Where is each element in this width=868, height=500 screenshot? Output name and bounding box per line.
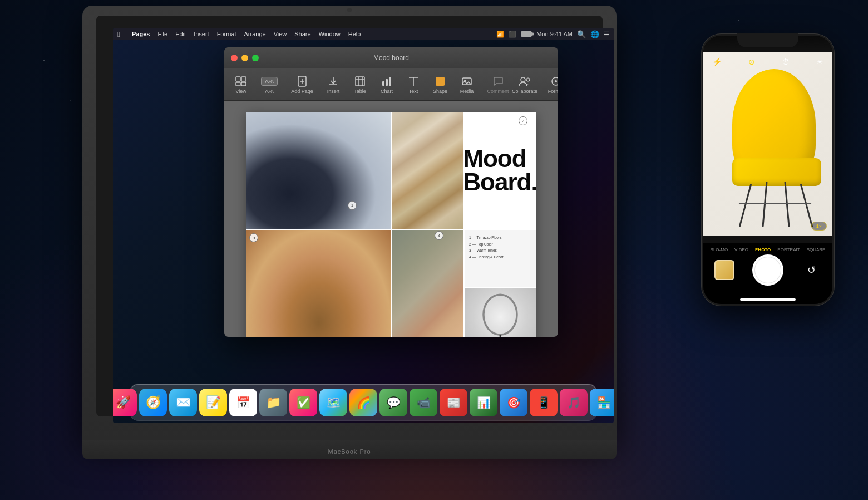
dock-launchpad[interactable]: 🚀 — [113, 389, 137, 416]
shutter-button[interactable] — [752, 254, 783, 286]
menu-arrange[interactable]: Arrange — [244, 31, 265, 37]
dock-reminders[interactable]: ✅ — [289, 389, 317, 416]
table-label: Table — [354, 89, 366, 94]
dock-appstore[interactable]: 🏪 — [590, 389, 614, 416]
menu-edit[interactable]: Edit — [175, 31, 186, 37]
toolbar-format[interactable]: Format — [544, 73, 558, 96]
dock-files[interactable]: 📁 — [259, 389, 287, 416]
document-page: Mood Board. — [246, 112, 536, 337]
zoom-value: 76% — [261, 77, 278, 86]
menu-share[interactable]: Share — [294, 31, 310, 37]
minimize-button[interactable] — [241, 55, 248, 61]
zoom-badge[interactable]: 1× — [811, 222, 827, 231]
table-icon — [354, 75, 366, 87]
annotation-1: 1 — [348, 201, 357, 210]
toolbar-zoom[interactable]: 76% 76% — [255, 73, 283, 96]
toolbar-table[interactable]: Table — [348, 73, 372, 96]
window-titlebar: Mood board — [224, 47, 558, 68]
mood-board-title: Mood Board. — [463, 112, 536, 229]
dock-calendar[interactable]: 📅 — [229, 389, 257, 416]
iphone: ⚡ ⊙ ⏱ ☀ 1× — [701, 33, 835, 306]
dock-safari[interactable]: 🧭 — [139, 389, 167, 416]
shape-label: Shape — [433, 89, 447, 94]
board-word: Board. — [463, 170, 536, 194]
search-icon[interactable]: 🔍 — [577, 30, 586, 38]
apple-logo[interactable]:  — [117, 30, 125, 38]
toolbar-collaborate[interactable]: Collaborate — [512, 73, 537, 96]
view-icon — [235, 75, 247, 87]
mode-video[interactable]: VIDEO — [734, 247, 748, 252]
menubar:  Pages File Edit Insert Format Arrange … — [113, 28, 614, 40]
svg-point-24 — [555, 80, 557, 82]
text-icon — [407, 75, 420, 87]
window-title: Mood board — [373, 54, 409, 62]
toolbar-chart[interactable]: Chart — [374, 73, 399, 96]
format-icon — [550, 75, 558, 87]
camera-flip-button[interactable]: ↺ — [801, 260, 821, 280]
maximize-button[interactable] — [252, 55, 259, 61]
home-indicator — [740, 298, 796, 301]
svg-rect-0 — [236, 77, 240, 81]
menu-view[interactable]: View — [274, 31, 287, 37]
notification-icon: ☰ — [604, 31, 609, 38]
insert-icon — [327, 75, 339, 87]
list-item-2: 2 — Pop Color — [469, 241, 531, 248]
macbook-body:  Pages File Edit Insert Format Arrange … — [82, 6, 617, 440]
insert-label: Insert — [327, 89, 340, 94]
dock-mail[interactable]: ✉️ — [169, 389, 197, 416]
mode-photo[interactable]: PHOTO — [755, 247, 771, 252]
photo-marble — [391, 112, 463, 229]
menu-pages[interactable]: Pages — [132, 31, 150, 37]
dock-facetime[interactable]: 📹 — [410, 389, 437, 416]
mood-title-text: Mood Board. — [463, 147, 536, 194]
flash-icon[interactable]: ⚡ — [712, 57, 722, 66]
dock-notes[interactable]: 📝 — [199, 389, 227, 416]
menu-format[interactable]: Format — [217, 31, 236, 37]
menu-items: Pages File Edit Insert Format Arrange Vi… — [132, 31, 496, 37]
camera-thumbnail[interactable] — [714, 260, 734, 280]
dock-numbers[interactable]: 📊 — [470, 389, 497, 416]
camera-top-controls: ⚡ ⊙ ⏱ ☀ — [703, 53, 832, 70]
toolbar-insert[interactable]: Insert — [321, 73, 346, 96]
toolbar-shape[interactable]: Shape — [428, 73, 452, 96]
mood-word: Mood — [463, 147, 536, 170]
menu-help[interactable]: Help — [348, 31, 361, 37]
media-icon — [461, 75, 473, 87]
dock-photos[interactable]: 🌈 — [349, 389, 377, 416]
mode-square[interactable]: SQUARE — [807, 247, 826, 252]
toolbar-media[interactable]: Media — [455, 73, 479, 96]
pages-window: Mood board — [224, 47, 558, 337]
dock-appstore2[interactable]: 📰 — [440, 389, 467, 416]
dock-messages[interactable]: 💬 — [379, 389, 407, 416]
live-photo-icon[interactable]: ⊙ — [748, 57, 755, 66]
menu-file[interactable]: File — [157, 31, 167, 37]
dock-itunes[interactable]: 🎵 — [560, 389, 588, 416]
dock-keynote[interactable]: 🎯 — [500, 389, 527, 416]
menu-window[interactable]: Window — [319, 31, 341, 37]
dock-maps[interactable]: 🗺️ — [319, 389, 347, 416]
photo-mirror — [463, 287, 536, 337]
toolbar-text[interactable]: Text — [401, 73, 426, 96]
toolbar-add-page[interactable]: Add Page — [290, 73, 314, 96]
dock-news[interactable]: 📱 — [530, 389, 558, 416]
mode-portrait[interactable]: PORTRAIT — [777, 247, 800, 252]
macbook-label: MacBook Pro — [328, 448, 371, 455]
add-page-icon — [296, 75, 308, 87]
timer-icon[interactable]: ⏱ — [782, 57, 790, 66]
toolbar-view[interactable]: View — [229, 73, 253, 96]
svg-point-21 — [521, 77, 525, 82]
filter-icon[interactable]: ☀ — [816, 57, 823, 66]
toolbar-comment[interactable]: Comment — [486, 73, 510, 96]
camera-bottom-bar: SLO-MO VIDEO PHOTO PORTRAIT SQUARE ↺ — [703, 243, 832, 304]
airplay-icon: ⬛ — [509, 31, 516, 38]
close-button[interactable] — [231, 55, 238, 61]
photo-dark-chair — [246, 112, 391, 229]
macbook-camera — [347, 8, 352, 12]
mode-slo-mo[interactable]: SLO-MO — [711, 247, 728, 252]
chair-brace — [739, 203, 811, 204]
menu-insert[interactable]: Insert — [194, 31, 209, 37]
list-content: 1 — Terrazzo Floors 2 — Pop Color 3 — Wa… — [469, 234, 531, 261]
document-canvas[interactable]: Mood Board. — [224, 101, 558, 337]
zoom-label: 76% — [264, 89, 274, 94]
shutter-row: ↺ — [703, 254, 832, 286]
